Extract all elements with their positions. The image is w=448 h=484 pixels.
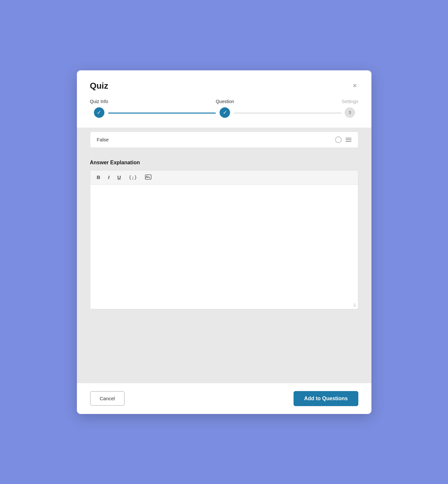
explanation-section: Answer Explanation B I U {;} ⠿ bbox=[77, 152, 371, 383]
add-to-questions-button[interactable]: Add to Questions bbox=[294, 391, 358, 406]
stepper-section: Quiz Info ✓ Question ✓ Settings 3 bbox=[77, 99, 371, 128]
quiz-modal: Quiz × Quiz Info ✓ Question ✓ bbox=[77, 70, 371, 414]
editor-body[interactable] bbox=[90, 185, 358, 302]
step-3-label: Settings bbox=[342, 99, 358, 104]
bold-button[interactable]: B bbox=[96, 174, 102, 180]
step-2-symbol: ✓ bbox=[223, 109, 227, 116]
step-1: Quiz Info ✓ bbox=[90, 99, 108, 118]
modal-header: Quiz × bbox=[77, 70, 371, 99]
modal-title: Quiz bbox=[90, 81, 108, 91]
resize-handle: ⠿ bbox=[90, 302, 358, 309]
cancel-button[interactable]: Cancel bbox=[90, 391, 125, 406]
editor-container: B I U {;} ⠿ bbox=[90, 170, 358, 309]
step-1-circle: ✓ bbox=[94, 107, 104, 118]
modal-footer: Cancel Add to Questions bbox=[77, 383, 371, 414]
step-3-symbol: 3 bbox=[349, 110, 351, 115]
step-line-2 bbox=[234, 113, 342, 114]
italic-button[interactable]: I bbox=[107, 174, 111, 180]
image-button[interactable] bbox=[144, 174, 153, 181]
answer-option-text: False bbox=[97, 137, 109, 142]
answer-option-row: False bbox=[90, 132, 358, 148]
step-3-circle: 3 bbox=[345, 107, 355, 118]
explanation-label: Answer Explanation bbox=[90, 160, 358, 166]
step-1-label: Quiz Info bbox=[90, 99, 108, 104]
step-2-circle: ✓ bbox=[220, 107, 230, 118]
editor-toolbar: B I U {;} bbox=[90, 170, 358, 185]
step-line-1 bbox=[108, 113, 216, 114]
underline-button[interactable]: U bbox=[116, 174, 122, 180]
step-2: Question ✓ bbox=[216, 99, 234, 118]
answer-menu-icon[interactable] bbox=[346, 138, 351, 142]
step-1-symbol: ✓ bbox=[97, 109, 101, 116]
stepper: Quiz Info ✓ Question ✓ Settings 3 bbox=[90, 99, 358, 118]
step-2-label: Question bbox=[216, 99, 234, 104]
step-3: Settings 3 bbox=[342, 99, 358, 118]
close-button[interactable]: × bbox=[351, 81, 358, 91]
answer-options-section: False bbox=[77, 128, 371, 152]
answer-option-controls bbox=[335, 136, 351, 143]
answer-radio[interactable] bbox=[335, 136, 342, 143]
code-button[interactable]: {;} bbox=[127, 174, 138, 180]
